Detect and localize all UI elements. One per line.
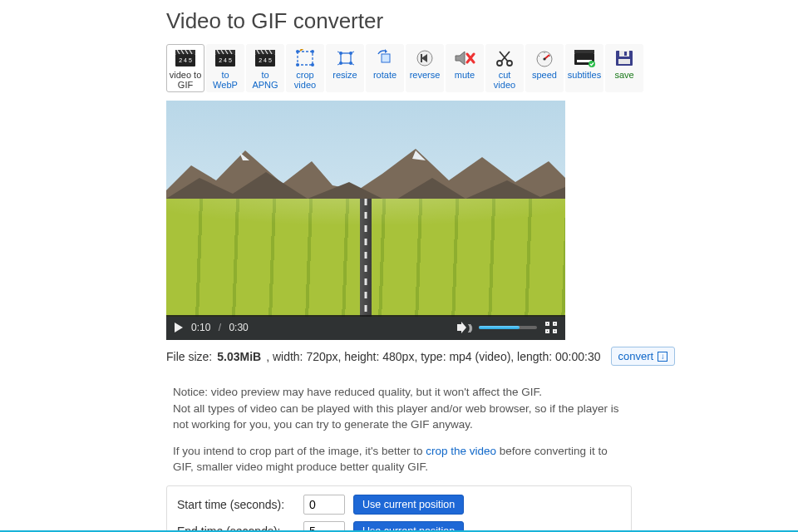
tool-crop-video[interactable]: crop video (286, 44, 324, 92)
file-meta: File size: 5.03MiB , width: 720px, heigh… (166, 347, 798, 366)
video-frame-mountains (166, 132, 565, 207)
svg-rect-26 (574, 50, 594, 53)
tool-label: crop video (288, 70, 322, 90)
current-time: 0:10 (191, 322, 210, 333)
tool-label: reverse (410, 70, 441, 80)
tool-label: save (614, 70, 633, 80)
svg-point-11 (311, 50, 314, 53)
tool-label: to APNG (249, 70, 282, 90)
rotate-icon (373, 48, 397, 68)
meta-rest: , width: 720px, height: 480px, type: mp4… (266, 350, 600, 363)
meta-size: 5.03MiB (217, 350, 261, 363)
svg-text:2 4 5: 2 4 5 (259, 57, 272, 63)
tool-video-to-gif[interactable]: 2 4 5video to GIF (166, 44, 204, 92)
convert-label: convert (618, 350, 654, 362)
time-display: 0:10 / 0:30 (191, 322, 249, 333)
tool-label: video to GIF (169, 70, 202, 90)
notice-block: Notice: video preview may have reduced q… (166, 381, 632, 475)
svg-point-13 (311, 63, 314, 66)
svg-point-24 (543, 57, 545, 60)
svg-rect-9 (298, 52, 313, 65)
svg-point-10 (296, 50, 299, 53)
volume-icon[interactable]: )) (457, 322, 470, 333)
tool-label: rotate (373, 70, 397, 80)
tool-rotate[interactable]: rotate (366, 44, 404, 92)
clap-245-icon: 2 4 5 (214, 48, 237, 68)
subtitles-icon (573, 48, 596, 68)
reverse-icon (413, 48, 436, 68)
video-frame-roadline (365, 199, 367, 317)
tool-save[interactable]: save (605, 44, 643, 92)
tool-to-apng[interactable]: 2 4 5to APNG (246, 44, 284, 92)
toolbar: 2 4 5video to GIF2 4 5to WebP2 4 5to APN… (166, 44, 798, 92)
tool-subtitles[interactable]: subtitles (565, 44, 603, 92)
notice-line-1: Notice: video preview may have reduced q… (173, 384, 625, 433)
tool-label: subtitles (568, 70, 601, 80)
tool-label: cut video (488, 70, 521, 90)
tool-speed[interactable]: speed (525, 44, 564, 92)
video-player[interactable]: 0:10 / 0:30 )) (166, 101, 565, 340)
tool-mute[interactable]: mute (446, 44, 484, 92)
svg-rect-19 (382, 54, 390, 62)
total-duration: 0:30 (229, 322, 248, 333)
notice-line-2: If you intend to crop part of the image,… (173, 443, 625, 475)
tool-resize[interactable]: resize (326, 44, 364, 92)
crop-video-link[interactable]: crop the video (426, 445, 496, 457)
resize-icon (333, 48, 357, 68)
crop-icon (293, 48, 317, 68)
tool-label: to WebP (209, 70, 242, 90)
convert-button[interactable]: convert ↓ (611, 347, 676, 366)
svg-rect-14 (341, 53, 351, 63)
time-form: Start time (seconds): Use current positi… (166, 485, 632, 532)
start-time-label: Start time (seconds): (177, 498, 295, 511)
tool-label: resize (332, 70, 357, 80)
download-icon: ↓ (658, 352, 667, 362)
mute-icon (453, 48, 476, 68)
volume-slider[interactable] (479, 326, 537, 329)
svg-text:2 4 5: 2 4 5 (219, 57, 232, 63)
svg-rect-31 (624, 52, 627, 56)
speed-icon (533, 48, 556, 68)
svg-rect-32 (618, 59, 630, 64)
tool-to-webp[interactable]: 2 4 5to WebP (206, 44, 244, 92)
video-controls: 0:10 / 0:30 )) (166, 315, 565, 340)
save-icon (613, 48, 636, 68)
use-current-start-button[interactable]: Use current position (353, 495, 464, 515)
svg-text:2 4 5: 2 4 5 (179, 57, 192, 63)
cut-icon (493, 48, 516, 68)
tool-reverse[interactable]: reverse (406, 44, 444, 92)
fullscreen-button[interactable] (545, 322, 557, 333)
tool-cut-video[interactable]: cut video (485, 44, 524, 92)
tool-label: speed (532, 70, 557, 80)
page-title: Video to GIF converter (166, 8, 798, 34)
clap-245-icon: 2 4 5 (174, 48, 197, 68)
clap-245-icon: 2 4 5 (254, 48, 277, 68)
volume-fill (479, 326, 520, 329)
meta-size-prefix: File size: (166, 350, 212, 363)
start-time-input[interactable] (303, 495, 345, 515)
tool-label: mute (455, 70, 475, 80)
play-button[interactable] (175, 323, 183, 332)
svg-point-12 (296, 63, 299, 66)
